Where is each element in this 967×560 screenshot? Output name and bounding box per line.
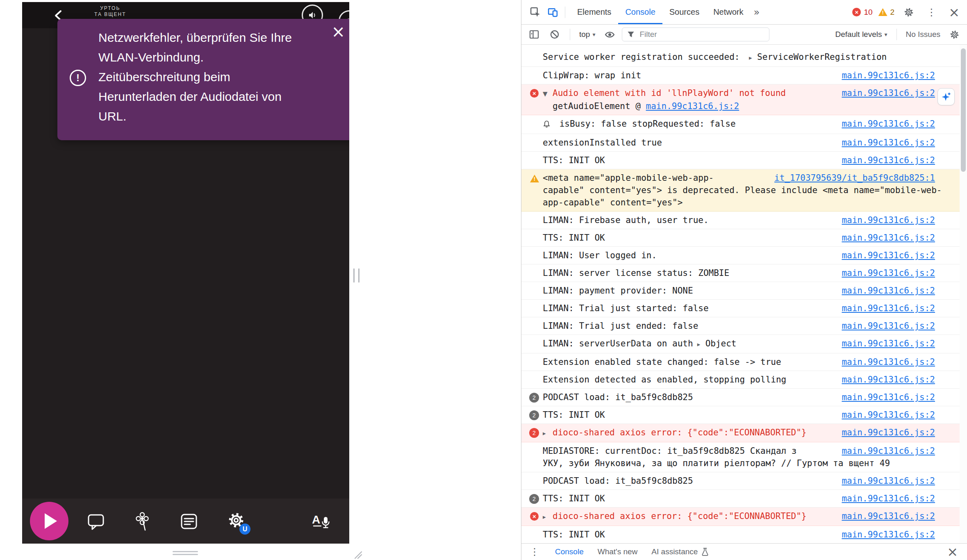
console-message-row: main.99c131c6.js:2LIMAN: serverUserData … [521, 335, 967, 353]
console-message-text: ▸dioco-shared axios error: {"code":"ECON… [543, 428, 807, 437]
issues-counter[interactable]: No Issues [906, 30, 940, 39]
log-levels-value: Default levels [835, 30, 882, 39]
translate-button[interactable]: A [310, 511, 331, 532]
console-message-row: 2main.99c131c6.js:2TTS: INIT OK [521, 406, 967, 424]
expand-caret-icon[interactable]: ▸ [749, 52, 757, 64]
source-link[interactable]: main.99c131c6.js:2 [842, 285, 935, 297]
clear-console-button[interactable] [548, 27, 562, 41]
source-link[interactable]: main.99c131c6.js:2 [842, 154, 935, 166]
log-levels-dropdown[interactable]: Default levels ▾ [833, 30, 890, 39]
console-message-row: main.99c131c6.js:2Extension enabled stat… [521, 353, 967, 371]
eye-icon [604, 29, 615, 40]
error-icon: × [530, 89, 539, 98]
chat-button[interactable] [86, 512, 105, 533]
explain-error-ai-button[interactable] [937, 88, 955, 105]
source-link[interactable]: it_1703795639/it_ba5f9c8db825:1 [774, 172, 935, 184]
device-width-resize-handle[interactable] [353, 269, 359, 282]
devtools-close-button[interactable]: × [947, 5, 961, 20]
object-preview[interactable]: ServiceWorkerRegistration [757, 52, 887, 62]
gear-icon [903, 7, 914, 18]
flask-icon [701, 547, 709, 556]
source-link[interactable]: main.99c131c6.js:2 [842, 267, 935, 279]
source-link[interactable]: main.99c131c6.js:2 [842, 302, 935, 314]
drawer-close-button[interactable]: × [944, 545, 960, 558]
gear-icon [949, 30, 960, 40]
devtools-settings-button[interactable] [902, 5, 916, 19]
console-settings-button[interactable] [948, 28, 961, 41]
chat-bubble-icon [86, 512, 105, 532]
live-expression-button[interactable] [603, 27, 617, 42]
source-link[interactable]: main.99c131c6.js:2 [842, 356, 935, 368]
drawer-tab-console[interactable]: Console [555, 547, 584, 556]
source-link[interactable]: main.99c131c6.js:2 [842, 249, 935, 262]
inspect-element-button[interactable] [528, 5, 542, 19]
devtools-panel: Elements Console Sources Network » × 10 … [521, 0, 967, 560]
play-button[interactable] [30, 502, 68, 540]
expand-caret-icon[interactable]: ▸ [543, 511, 553, 523]
console-message-row: Service worker registration succeeded: ▸… [521, 48, 967, 67]
source-link[interactable]: main.99c131c6.js:2 [842, 528, 935, 541]
console-message-row: 2main.99c131c6.js:2TTS: INIT OK [521, 490, 967, 508]
drawer-menu-button[interactable]: ⋮ [528, 544, 541, 559]
error-icon: × [530, 512, 539, 521]
console-message-text: Service worker registration succeeded: ▸… [543, 52, 887, 62]
scrollbar-thumb[interactable] [961, 48, 966, 172]
devtools-menu-button[interactable]: ⋮ [925, 5, 938, 20]
console-message-text: TTS: INIT OK [543, 530, 605, 540]
source-link[interactable]: main.99c131c6.js:2 [842, 137, 935, 149]
expand-caret-icon[interactable]: ▼ [543, 88, 553, 100]
console-scrollbar [960, 45, 967, 543]
drawer-tab-ai-assistance[interactable]: AI assistance [651, 547, 709, 556]
svg-text:A: A [312, 513, 320, 526]
source-link[interactable]: main.99c131c6.js:2 [842, 426, 935, 439]
console-sidebar-toggle-button[interactable] [527, 27, 541, 41]
device-corner-resize-handle[interactable] [352, 549, 362, 560]
source-link[interactable]: main.99c131c6.js:2 [842, 69, 935, 82]
more-tabs-button[interactable]: » [751, 7, 763, 18]
source-link[interactable]: main.99c131c6.js:2 [842, 492, 935, 505]
device-height-resize-handle[interactable] [173, 551, 198, 557]
expand-caret-icon[interactable]: ▸ [697, 338, 705, 351]
source-link[interactable]: main.99c131c6.js:2 [842, 214, 935, 226]
source-link[interactable]: main.99c131c6.js:2 [842, 445, 935, 457]
source-link[interactable]: main.99c131c6.js:2 [842, 391, 935, 403]
drawer-tab-whats-new[interactable]: What's new [598, 547, 638, 556]
console-message-text: MEDIASTORE: currentDoc: it_ba5f9c8db825 … [543, 446, 890, 468]
settings-button[interactable]: U [227, 511, 245, 530]
object-preview[interactable]: Object [705, 339, 737, 348]
console-message-row: main.99c131c6.js:2LIMAN: server license … [521, 264, 967, 282]
ai-spark-icon [941, 91, 951, 102]
source-link[interactable]: main.99c131c6.js:2 [842, 475, 935, 487]
source-link[interactable]: main.99c131c6.js:2 [842, 510, 935, 522]
source-link[interactable]: main.99c131c6.js:2 [842, 87, 935, 99]
exclamation-glyph: ! [530, 175, 539, 182]
toast-message-1-row: Netzwerkfehler, überprüfen Sie Ihre WLAN… [57, 28, 327, 67]
console-message-text: LIMAN: server license status: ZOMBIE [543, 268, 729, 278]
tab-network[interactable]: Network [706, 0, 750, 24]
play-icon [45, 513, 57, 529]
error-count-button[interactable]: × 10 [852, 8, 872, 17]
source-link[interactable]: main.99c131c6.js:2 [842, 373, 935, 386]
source-link[interactable]: main.99c131c6.js:2 [842, 232, 935, 244]
expand-caret-icon[interactable]: ▸ [543, 427, 553, 439]
subtitles-list-button[interactable] [180, 512, 198, 532]
toast-close-button[interactable]: × [329, 23, 348, 40]
source-link[interactable]: main.99c131c6.js:2 [842, 337, 935, 350]
app-logo: УРТОЬ ТА ВЩЕНТ [94, 5, 126, 18]
source-link[interactable]: main.99c131c6.js:2 [842, 409, 935, 421]
bell-emoji-icon [543, 119, 551, 131]
tab-sources[interactable]: Sources [662, 0, 706, 24]
tab-elements[interactable]: Elements [570, 0, 618, 24]
toggle-device-toolbar-button[interactable] [546, 5, 560, 19]
warning-count-button[interactable]: ! 2 [878, 8, 895, 17]
clear-block-icon [549, 29, 560, 40]
source-link[interactable]: main.99c131c6.js:2 [842, 320, 935, 332]
tab-console[interactable]: Console [618, 0, 662, 24]
source-link[interactable]: main.99c131c6.js:2 [842, 118, 935, 130]
console-filter-input[interactable] [639, 30, 765, 39]
stack-source-link[interactable]: main.99c131c6.js:2 [646, 101, 739, 111]
pinwheel-button[interactable] [133, 511, 152, 533]
execution-context-selector[interactable]: top ▾ [577, 29, 598, 40]
filter-funnel-icon [626, 30, 635, 39]
sidebar-panel-icon [529, 29, 539, 40]
